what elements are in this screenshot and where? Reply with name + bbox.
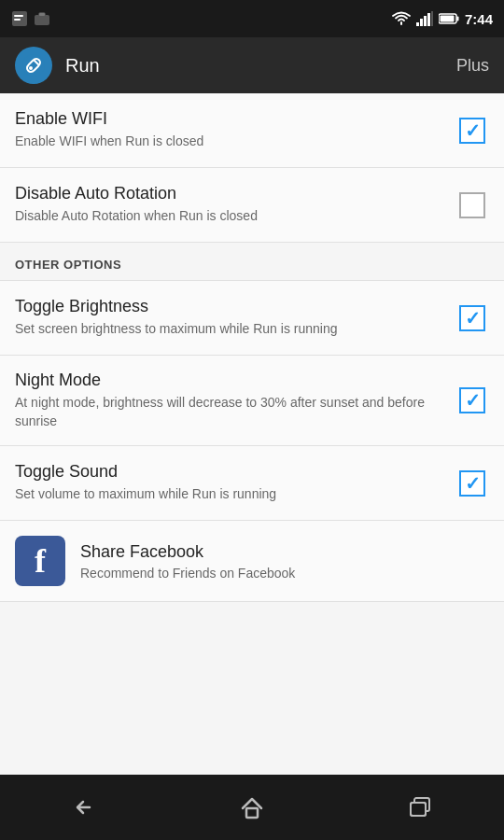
section-header-text: OTHER OPTIONS <box>15 258 121 272</box>
disable-rotation-check[interactable] <box>459 192 485 218</box>
facebook-logo: f <box>15 536 65 586</box>
settings-content: Enable WIFI Enable WIFI when Run is clos… <box>0 93 504 775</box>
enable-wifi-text: Enable WIFI Enable WIFI when Run is clos… <box>15 109 455 151</box>
night-mode-item[interactable]: Night Mode At night mode, brightness wil… <box>0 356 504 446</box>
toggle-brightness-text: Toggle Brightness Set screen brightness … <box>15 297 455 339</box>
disable-rotation-checkbox[interactable] <box>455 189 489 222</box>
night-mode-check[interactable] <box>459 387 485 413</box>
briefcase-icon <box>34 10 50 27</box>
other-options-section: OTHER OPTIONS <box>0 243 504 281</box>
nav-bar <box>0 775 504 840</box>
status-left-icons <box>11 10 50 27</box>
svg-rect-9 <box>427 13 430 26</box>
signal-icon <box>416 11 433 26</box>
svg-rect-12 <box>456 17 458 21</box>
svg-rect-8 <box>424 16 427 26</box>
night-mode-title: Night Mode <box>15 371 441 390</box>
toggle-brightness-title: Toggle Brightness <box>15 297 441 316</box>
disable-rotation-title: Disable Auto Rotation <box>15 184 441 203</box>
svg-point-14 <box>22 54 45 77</box>
toggle-brightness-item[interactable]: Toggle Brightness Set screen brightness … <box>0 281 504 356</box>
app-title: Run <box>65 55 443 77</box>
night-mode-subtitle: At night mode, brightness will decrease … <box>15 394 441 430</box>
svg-rect-2 <box>14 19 21 21</box>
svg-rect-6 <box>416 22 419 26</box>
enable-wifi-title: Enable WIFI <box>15 109 441 129</box>
wifi-status-icon <box>392 11 411 26</box>
enable-wifi-checkbox[interactable] <box>455 114 489 147</box>
facebook-text: Share Facebook Recommend to Friends on F… <box>80 542 295 581</box>
facebook-letter: f <box>35 544 46 578</box>
disable-rotation-item[interactable]: Disable Auto Rotation Disable Auto Rotat… <box>0 168 504 243</box>
toggle-sound-title: Toggle Sound <box>15 462 441 482</box>
toggle-sound-subtitle: Set volume to maximum while Run is runni… <box>15 485 441 504</box>
wrench-icon <box>21 53 46 77</box>
facebook-item[interactable]: f Share Facebook Recommend to Friends on… <box>0 521 504 602</box>
svg-point-15 <box>29 66 33 70</box>
night-mode-text: Night Mode At night mode, brightness wil… <box>15 371 455 430</box>
home-button[interactable] <box>224 789 280 826</box>
facebook-subtitle: Recommend to Friends on Facebook <box>80 566 295 581</box>
svg-rect-7 <box>420 19 423 26</box>
status-time: 7:44 <box>465 11 493 27</box>
svg-rect-18 <box>411 803 426 816</box>
svg-rect-16 <box>246 808 258 818</box>
toolbar: Run Plus <box>0 37 504 93</box>
disable-rotation-text: Disable Auto Rotation Disable Auto Rotat… <box>15 184 455 226</box>
battery-icon <box>439 12 459 25</box>
toggle-sound-item[interactable]: Toggle Sound Set volume to maximum while… <box>0 446 504 521</box>
enable-wifi-item[interactable]: Enable WIFI Enable WIFI when Run is clos… <box>0 93 504 168</box>
svg-rect-5 <box>39 13 45 16</box>
toggle-brightness-subtitle: Set screen brightness to maximum while R… <box>15 320 441 339</box>
recents-button[interactable] <box>392 789 448 826</box>
app-logo <box>15 47 52 84</box>
toolbar-subtitle: Plus <box>456 56 489 76</box>
status-bar: 7:44 <box>0 0 504 37</box>
enable-wifi-check[interactable] <box>459 118 485 144</box>
facebook-title: Share Facebook <box>80 542 295 562</box>
status-right-icons: 7:44 <box>392 11 493 27</box>
bbm-icon <box>11 10 28 27</box>
night-mode-checkbox[interactable] <box>455 384 489 417</box>
svg-rect-1 <box>14 15 23 17</box>
svg-rect-10 <box>431 11 433 26</box>
toggle-sound-text: Toggle Sound Set volume to maximum while… <box>15 462 455 504</box>
toggle-brightness-check[interactable] <box>459 305 485 331</box>
enable-wifi-subtitle: Enable WIFI when Run is closed <box>15 133 441 151</box>
back-button[interactable] <box>56 789 112 826</box>
disable-rotation-subtitle: Disable Auto Rotation when Run is closed <box>15 207 441 226</box>
toggle-sound-checkbox[interactable] <box>455 467 489 500</box>
toggle-brightness-checkbox[interactable] <box>455 301 489 335</box>
toggle-sound-check[interactable] <box>459 470 485 497</box>
svg-rect-13 <box>440 16 454 22</box>
